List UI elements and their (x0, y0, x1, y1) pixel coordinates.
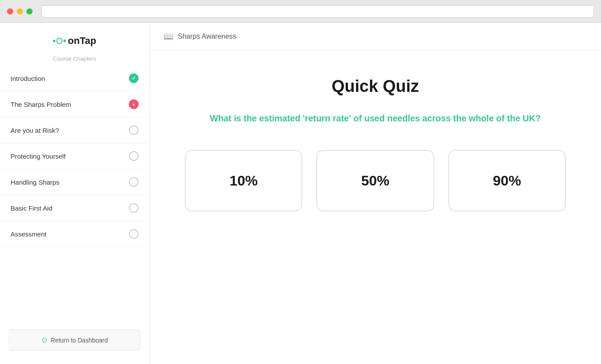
chapter-name-handling-sharps: Handling Sharps (11, 178, 59, 186)
answer-value-50: 50% (361, 173, 389, 189)
answer-value-90: 90% (493, 173, 521, 189)
sidebar-item-handling-sharps[interactable]: Handling Sharps (0, 169, 149, 195)
answer-option-90[interactable]: 90% (448, 150, 566, 211)
logo-ring (56, 38, 62, 44)
book-icon: 📖 (164, 32, 173, 41)
sidebar-item-are-you-at-risk[interactable]: Are you at Risk? (0, 117, 149, 143)
content-header: 📖 Sharps Awareness (150, 23, 601, 51)
sidebar-item-introduction[interactable]: Introduction✓ (0, 66, 149, 91)
address-bar[interactable] (41, 5, 594, 18)
logo-dot2 (63, 40, 66, 42)
chapter-list: Introduction✓The Sharps Problem●Are you … (0, 66, 149, 320)
window-chrome (0, 0, 601, 23)
close-button[interactable] (7, 8, 13, 15)
logo-icon (53, 38, 66, 44)
quiz-question: What is the estimated 'return rate' of u… (210, 113, 541, 124)
sidebar-item-basic-first-aid[interactable]: Basic First Aid (0, 195, 149, 221)
course-chapters-label: Course Chapters (0, 55, 149, 62)
chapter-name-basic-first-aid: Basic First Aid (11, 204, 52, 212)
return-icon: ⊙ (41, 336, 47, 344)
chapter-name-assessment: Assessment (11, 230, 47, 238)
quiz-title: Quick Quiz (332, 77, 419, 96)
chapter-name-are-you-at-risk: Are you at Risk? (11, 127, 59, 134)
course-title: Sharps Awareness (178, 33, 236, 40)
logo-dot (53, 40, 55, 42)
sidebar-item-assessment[interactable]: Assessment (0, 221, 149, 247)
return-dashboard-button[interactable]: ⊙ Return to Dashboard (9, 329, 140, 351)
sidebar-item-sharps-problem[interactable]: The Sharps Problem● (0, 91, 149, 117)
quiz-body: Quick Quiz What is the estimated 'return… (150, 51, 601, 364)
app-container: onTap Course Chapters Introduction✓The S… (0, 23, 601, 364)
chapter-icon-pending-protecting-yourself (129, 151, 139, 161)
chapter-icon-inprogress-sharps-problem: ● (129, 99, 139, 109)
sidebar: onTap Course Chapters Introduction✓The S… (0, 23, 150, 364)
maximize-button[interactable] (26, 8, 33, 15)
logo-text: onTap (68, 35, 96, 47)
chapter-icon-completed-introduction: ✓ (129, 73, 139, 83)
chapter-icon-pending-basic-first-aid (129, 203, 139, 213)
answer-options: 10% 50% 90% (185, 150, 566, 211)
answer-option-50[interactable]: 50% (316, 150, 434, 211)
chapter-name-sharps-problem: The Sharps Problem (11, 101, 71, 108)
logo-area: onTap (0, 23, 149, 55)
answer-value-10: 10% (230, 173, 258, 189)
sidebar-item-protecting-yourself[interactable]: Protecting Yourself (0, 143, 149, 169)
chapter-icon-pending-assessment (129, 229, 139, 239)
answer-option-10[interactable]: 10% (185, 150, 302, 211)
chapter-name-introduction: Introduction (11, 75, 45, 82)
chapter-name-protecting-yourself: Protecting Yourself (11, 153, 66, 160)
minimize-button[interactable] (17, 8, 23, 15)
chapter-icon-pending-handling-sharps (129, 177, 139, 187)
return-btn-label: Return to Dashboard (51, 337, 108, 344)
main-content: 📖 Sharps Awareness Quick Quiz What is th… (150, 23, 601, 364)
chapter-icon-pending-are-you-at-risk (129, 125, 139, 135)
